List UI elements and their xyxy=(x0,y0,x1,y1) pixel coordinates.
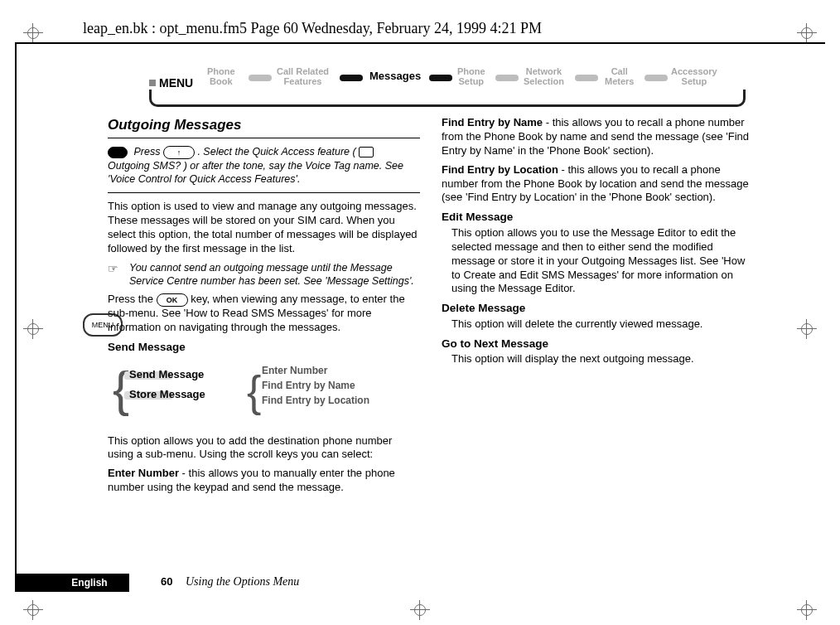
sms-icon xyxy=(359,147,374,157)
diagram-send-label: Send Message xyxy=(129,368,204,382)
quick-access-note: Press ↑ . Select the Quick Access featur… xyxy=(108,143,420,193)
menubar-bracket xyxy=(149,90,746,107)
menubar-item-network: Network Selection xyxy=(524,66,564,86)
brace-icon: { xyxy=(247,366,257,416)
send-message-heading: Send Message xyxy=(108,340,420,355)
delete-message-heading: Delete Message xyxy=(442,301,754,316)
left-column: Outgoing Messages Press ↑ . Select the Q… xyxy=(108,116,420,547)
section-title-outgoing: Outgoing Messages xyxy=(108,116,420,134)
section-rule xyxy=(108,138,420,138)
warning-note: ☞ You cannot send an outgoing message un… xyxy=(108,261,420,288)
find-name-label: Find Entry by Name xyxy=(442,116,543,128)
menubar-item-phone-setup: Phone Setup xyxy=(457,66,485,86)
menu-label: MENU xyxy=(159,76,193,90)
crop-mark xyxy=(23,600,43,620)
right-column: Find Entry by Name - this allows you to … xyxy=(442,116,754,547)
send-message-diagram: { Send Message Store Message { Enter Num… xyxy=(113,360,386,428)
crop-mark xyxy=(797,23,817,43)
diagram-enter-label: Enter Number xyxy=(262,365,327,378)
diagram-store-label: Store Message xyxy=(129,388,205,402)
brace-icon: { xyxy=(113,365,123,414)
page-header-line: leap_en.bk : opt_menu.fm5 Page 60 Wednes… xyxy=(83,20,542,37)
qa-feature-name: Outgoing SMS? xyxy=(108,160,181,172)
find-name-line: Find Entry by Name - this allows you to … xyxy=(442,116,754,158)
press-ok-paragraph: Press the OK key, when viewing any messa… xyxy=(108,293,420,335)
edit-message-heading: Edit Message xyxy=(442,210,754,225)
pointing-hand-icon: ☞ xyxy=(108,261,124,273)
press-a: Press the xyxy=(108,293,157,305)
crop-mark xyxy=(797,600,817,620)
menubar-item-accessory: Accessory Setup xyxy=(671,66,717,86)
menubar-connector-icon xyxy=(429,75,452,81)
qa-text-a: Press xyxy=(133,146,162,157)
page-frame-top xyxy=(15,42,825,44)
page-frame-left xyxy=(15,42,17,585)
enter-number-label: Enter Number xyxy=(108,467,179,479)
quick-access-icon xyxy=(108,147,128,158)
footer-language-tab: English xyxy=(50,574,129,592)
menubar-item-messages: Messages xyxy=(369,71,421,81)
menubar-connector-icon xyxy=(249,75,272,81)
menubar-connector-icon xyxy=(495,75,519,81)
diagram-findloc-label: Find Entry by Location xyxy=(262,395,369,408)
next-message-heading: Go to Next Message xyxy=(442,337,754,351)
menubar-connector-icon xyxy=(575,75,598,81)
up-key-icon: ↑ xyxy=(163,146,195,159)
find-loc-label: Find Entry by Location xyxy=(442,163,558,176)
menubar-item-call-related: Call Related Features xyxy=(277,66,329,86)
menubar-connector-icon xyxy=(644,75,668,81)
ok-key-icon: OK xyxy=(157,293,188,307)
footer-page-number: 60 xyxy=(161,575,172,588)
next-message-text: This option will display the next outgoi… xyxy=(451,352,754,366)
edit-message-text: This option allows you to use the Messag… xyxy=(451,226,754,296)
footer-chapter-title: Using the Options Menu xyxy=(186,575,299,589)
intro-paragraph: This option is used to view and manage a… xyxy=(108,200,420,256)
diagram-findname-label: Find Entry by Name xyxy=(262,380,355,393)
enter-number-line: Enter Number - this allows you to manual… xyxy=(108,467,420,495)
footer-edge-tab xyxy=(15,574,50,592)
menubar-item-phone-book: Phone Book xyxy=(207,66,235,86)
send-desc: This option allows you to add the destin… xyxy=(108,434,420,463)
crop-mark xyxy=(797,319,817,339)
page-footer: English 60 Using the Options Menu xyxy=(0,574,840,595)
menubar-connector-icon xyxy=(340,75,363,81)
warning-text: You cannot send an outgoing message unti… xyxy=(129,261,420,288)
menubar-item-call-meters: Call Meters xyxy=(605,66,634,86)
crop-mark xyxy=(23,23,43,43)
crop-mark xyxy=(23,319,43,339)
menu-dot-icon xyxy=(149,80,156,86)
find-loc-line: Find Entry by Location - this allows you… xyxy=(442,163,754,206)
delete-message-text: This option will delete the currently vi… xyxy=(451,317,754,332)
crop-mark xyxy=(410,600,430,620)
menu-breadcrumb: MENU Phone Book Call Related Features Me… xyxy=(149,65,746,104)
qa-text-b: . Select the Quick Access feature ( xyxy=(197,146,355,157)
